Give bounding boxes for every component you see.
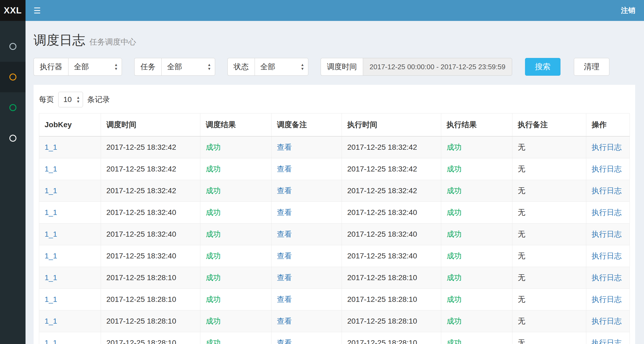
job-key-link[interactable]: 1_1 — [45, 295, 57, 303]
select-arrows-icon: ▲▼ — [114, 63, 118, 71]
execution-log-link[interactable]: 执行日志 — [592, 165, 622, 173]
trigger-time-filter-label: 调度时间 — [321, 58, 363, 76]
trigger-msg-link[interactable]: 查看 — [277, 165, 292, 173]
column-header-handle-result: 执行结果 — [441, 114, 512, 137]
trigger-msg-link[interactable]: 查看 — [277, 186, 292, 195]
handle-time-cell: 2017-12-25 18:28:10 — [342, 332, 441, 344]
trigger-msg-link[interactable]: 查看 — [277, 252, 292, 260]
job-filter: 任务 全部 ▲▼ — [134, 58, 215, 76]
job-key-link[interactable]: 1_1 — [45, 339, 57, 344]
handle-result-cell: 成功 — [441, 202, 512, 224]
trigger-msg-link[interactable]: 查看 — [277, 143, 292, 151]
job-key-link[interactable]: 1_1 — [45, 165, 57, 173]
execution-log-link[interactable]: 执行日志 — [592, 252, 622, 260]
handle-result-cell: 成功 — [441, 245, 512, 267]
sidebar-item-3[interactable] — [0, 92, 26, 123]
trigger-msg-link[interactable]: 查看 — [277, 339, 292, 344]
handle-msg-cell: 无 — [512, 245, 586, 267]
circle-icon — [9, 43, 16, 50]
top-navbar: XXL ☰ 注销 — [0, 0, 644, 21]
trigger-result-cell: 成功 — [200, 289, 272, 310]
job-key-link[interactable]: 1_1 — [45, 143, 57, 151]
table-row: 1_1 2017-12-25 18:32:42 成功 查看 2017-12-25… — [39, 158, 630, 180]
column-header-handle-msg: 执行备注 — [512, 114, 586, 137]
trigger-time-cell: 2017-12-25 18:28:10 — [101, 332, 200, 344]
page-size-value: 10 — [63, 95, 72, 104]
trigger-time-filter: 调度时间 2017-12-25 00:00:00 - 2017-12-25 23… — [321, 58, 512, 76]
column-header-handle-time: 执行时间 — [342, 114, 441, 137]
trigger-msg-link[interactable]: 查看 — [277, 208, 292, 217]
column-header-action: 操作 — [586, 114, 630, 137]
page-size-prefix: 每页 — [39, 94, 54, 105]
sidebar-item-2[interactable] — [0, 62, 26, 92]
job-filter-label: 任务 — [134, 58, 161, 76]
circle-icon — [9, 135, 16, 142]
job-key-link[interactable]: 1_1 — [45, 186, 57, 195]
job-key-link[interactable]: 1_1 — [45, 273, 57, 282]
trigger-msg-link[interactable]: 查看 — [277, 230, 292, 238]
job-select[interactable]: 全部 ▲▼ — [161, 58, 215, 76]
execution-log-link[interactable]: 执行日志 — [592, 230, 622, 238]
handle-msg-cell: 无 — [512, 310, 586, 332]
trigger-result-cell: 成功 — [200, 202, 272, 224]
main-content: 调度日志 任务调度中心 执行器 全部 ▲▼ 任务 全部 ▲▼ 状态 全部 ▲▼ — [26, 0, 644, 344]
handle-result-cell: 成功 — [441, 224, 512, 245]
status-filter-label: 状态 — [227, 58, 255, 76]
trigger-msg-link[interactable]: 查看 — [277, 317, 292, 325]
column-header-jobkey: JobKey — [39, 114, 101, 137]
job-select-value: 全部 — [167, 62, 182, 72]
table-header-row: JobKey 调度时间 调度结果 调度备注 执行时间 执行结果 执行备注 操作 — [39, 114, 630, 137]
handle-result-cell: 成功 — [441, 310, 512, 332]
status-select[interactable]: 全部 ▲▼ — [255, 58, 308, 76]
page-size-control: 每页 10 ▲▼ 条记录 — [39, 88, 630, 113]
execution-log-link[interactable]: 执行日志 — [592, 295, 622, 303]
handle-msg-cell: 无 — [512, 289, 586, 310]
trigger-result-cell: 成功 — [200, 310, 272, 332]
trigger-result-cell: 成功 — [200, 158, 272, 180]
job-key-link[interactable]: 1_1 — [45, 230, 57, 238]
execution-log-link[interactable]: 执行日志 — [592, 143, 622, 151]
handle-msg-cell: 无 — [512, 224, 586, 245]
logout-link[interactable]: 注销 — [612, 0, 644, 21]
trigger-msg-link[interactable]: 查看 — [277, 273, 292, 282]
status-filter: 状态 全部 ▲▼ — [227, 58, 308, 76]
page-size-select[interactable]: 10 ▲▼ — [58, 92, 83, 107]
sidebar-item-4[interactable] — [0, 123, 26, 153]
trigger-time-cell: 2017-12-25 18:32:42 — [101, 158, 200, 180]
execution-log-link[interactable]: 执行日志 — [592, 339, 622, 344]
execution-log-link[interactable]: 执行日志 — [592, 317, 622, 325]
table-row: 1_1 2017-12-25 18:32:42 成功 查看 2017-12-25… — [39, 136, 630, 158]
trigger-time-cell: 2017-12-25 18:32:42 — [101, 180, 200, 202]
job-key-link[interactable]: 1_1 — [45, 208, 57, 217]
executor-filter-label: 执行器 — [34, 58, 68, 76]
handle-result-cell: 成功 — [441, 180, 512, 202]
app-logo[interactable]: XXL — [0, 0, 26, 21]
table-row: 1_1 2017-12-25 18:28:10 成功 查看 2017-12-25… — [39, 267, 630, 289]
job-key-link[interactable]: 1_1 — [45, 252, 57, 260]
trigger-time-cell: 2017-12-25 18:32:40 — [101, 224, 200, 245]
search-button[interactable]: 搜索 — [525, 58, 560, 76]
handle-msg-cell: 无 — [512, 180, 586, 202]
table-row: 1_1 2017-12-25 18:32:40 成功 查看 2017-12-25… — [39, 224, 630, 245]
handle-msg-cell: 无 — [512, 267, 586, 289]
page-title: 调度日志 — [34, 32, 85, 49]
trigger-msg-link[interactable]: 查看 — [277, 295, 292, 303]
table-row: 1_1 2017-12-25 18:28:10 成功 查看 2017-12-25… — [39, 332, 630, 344]
executor-select-value: 全部 — [74, 62, 89, 72]
executor-filter: 执行器 全部 ▲▼ — [34, 58, 122, 76]
filter-toolbar: 执行器 全部 ▲▼ 任务 全部 ▲▼ 状态 全部 ▲▼ 调度时间 2017-12… — [34, 58, 635, 76]
trigger-time-range-input[interactable]: 2017-12-25 00:00:00 - 2017-12-25 23:59:5… — [363, 58, 512, 76]
column-header-trigger-time: 调度时间 — [101, 114, 200, 137]
execution-log-link[interactable]: 执行日志 — [592, 273, 622, 282]
handle-time-cell: 2017-12-25 18:28:10 — [342, 310, 441, 332]
execution-log-link[interactable]: 执行日志 — [592, 208, 622, 217]
log-panel: 每页 10 ▲▼ 条记录 JobKey 调度时间 调度结果 调度备注 执行时间 … — [34, 85, 635, 344]
execution-log-link[interactable]: 执行日志 — [592, 186, 622, 195]
handle-time-cell: 2017-12-25 18:32:42 — [342, 158, 441, 180]
executor-select[interactable]: 全部 ▲▼ — [68, 58, 122, 76]
handle-time-cell: 2017-12-25 18:32:40 — [342, 224, 441, 245]
sidebar-item-1[interactable] — [0, 31, 26, 62]
job-key-link[interactable]: 1_1 — [45, 317, 57, 325]
menu-toggle-icon[interactable]: ☰ — [26, 0, 49, 21]
clean-button[interactable]: 清理 — [574, 58, 609, 76]
